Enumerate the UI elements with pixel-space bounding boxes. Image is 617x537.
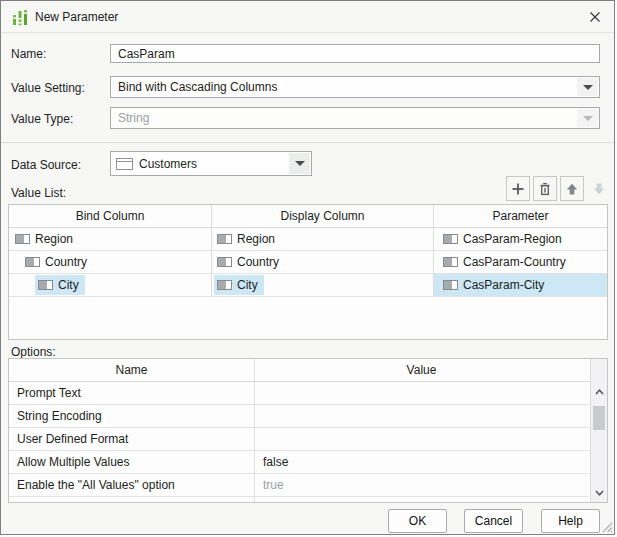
- scroll-up-icon[interactable]: [591, 383, 607, 400]
- help-button[interactable]: Help: [541, 509, 600, 533]
- trash-icon: [538, 182, 552, 196]
- option-row[interactable]: Allow Multiple Values false: [9, 451, 589, 474]
- option-value[interactable]: [254, 405, 589, 427]
- option-row[interactable]: Prompt Text: [9, 382, 589, 405]
- option-value[interactable]: false: [254, 451, 589, 473]
- options-header-row: Name Value: [9, 359, 589, 382]
- display-column-value: Region: [237, 232, 275, 246]
- parameter-value: CasParam-City: [463, 278, 544, 292]
- column-header-parameter: Parameter: [434, 205, 607, 227]
- value-list-header-row: Bind Column Display Column Parameter: [9, 205, 607, 228]
- column-header-bind: Bind Column: [9, 205, 212, 227]
- column-icon: [217, 280, 232, 290]
- value-setting-value: Bind with Cascading Columns: [111, 80, 277, 94]
- arrow-up-icon: [565, 182, 579, 196]
- column-icon: [443, 234, 458, 244]
- bind-column-value: City: [58, 278, 79, 292]
- value-list-label: Value List:: [11, 186, 66, 200]
- title-bar[interactable]: New Parameter: [1, 1, 614, 33]
- separator-line: [1, 142, 614, 143]
- table-icon: [116, 158, 133, 170]
- column-icon: [15, 234, 30, 244]
- column-icon: [217, 234, 232, 244]
- data-source-select[interactable]: Customers: [110, 151, 312, 176]
- dialog-title: New Parameter: [35, 10, 118, 24]
- scrollbar-thumb[interactable]: [593, 406, 605, 430]
- column-icon: [443, 257, 458, 267]
- value-list-table: Bind Column Display Column Parameter Reg…: [8, 204, 608, 340]
- new-parameter-dialog: New Parameter Name: CasParam Value Setti…: [0, 0, 615, 535]
- column-icon: [443, 280, 458, 290]
- option-value[interactable]: [254, 382, 589, 404]
- data-source-label: Data Source:: [11, 158, 81, 172]
- chevron-down-icon[interactable]: [577, 78, 598, 96]
- chevron-down-icon[interactable]: [289, 153, 310, 174]
- scroll-down-icon[interactable]: [591, 484, 607, 501]
- column-header-name: Name: [9, 359, 254, 381]
- value-type-value: String: [111, 111, 149, 125]
- column-header-value: Value: [254, 359, 589, 381]
- bind-column-value: Country: [45, 255, 87, 269]
- ok-button[interactable]: OK: [388, 509, 447, 533]
- name-label: Name:: [11, 47, 46, 61]
- column-icon: [217, 257, 232, 267]
- parameter-icon: [11, 8, 29, 26]
- bind-column-value: Region: [35, 232, 73, 246]
- options-scrollbar[interactable]: [590, 359, 607, 502]
- option-name: String Encoding: [9, 405, 254, 427]
- table-row-selected[interactable]: City City CasParam-City: [9, 274, 607, 297]
- cancel-button[interactable]: Cancel: [464, 509, 523, 533]
- move-down-button[interactable]: [587, 176, 611, 201]
- column-header-display: Display Column: [212, 205, 434, 227]
- plus-icon: [511, 182, 525, 196]
- option-row[interactable]: User Defined Format: [9, 428, 589, 451]
- move-up-button[interactable]: [560, 176, 584, 201]
- options-label: Options:: [11, 345, 56, 359]
- add-button[interactable]: [506, 176, 530, 201]
- value-setting-select[interactable]: Bind with Cascading Columns: [110, 76, 600, 98]
- option-row[interactable]: Enable the "All Values" option true: [9, 474, 589, 497]
- table-row[interactable]: Country Country CasParam-Country: [9, 251, 607, 274]
- option-name: Allow Multiple Values: [9, 451, 254, 473]
- name-input[interactable]: CasParam: [110, 44, 600, 63]
- name-value: CasParam: [111, 47, 175, 61]
- resize-grip[interactable]: [600, 520, 613, 533]
- option-name: Prompt Text: [9, 382, 254, 404]
- display-column-value: City: [237, 278, 258, 292]
- option-name: User Defined Format: [9, 428, 254, 450]
- delete-button[interactable]: [533, 176, 557, 201]
- options-table: Name Value Prompt Text String Encoding U…: [8, 358, 608, 503]
- option-row[interactable]: String Encoding: [9, 405, 589, 428]
- value-type-select: String: [110, 107, 600, 129]
- arrow-down-icon: [592, 182, 606, 196]
- parameter-value: CasParam-Region: [463, 232, 562, 246]
- option-name: Enable the "All Values" option: [9, 474, 254, 496]
- option-value[interactable]: true: [254, 474, 589, 496]
- option-value[interactable]: [254, 428, 589, 450]
- table-row[interactable]: Region Region CasParam-Region: [9, 228, 607, 251]
- display-column-value: Country: [237, 255, 279, 269]
- data-source-value: Customers: [133, 157, 197, 171]
- chevron-down-icon: [577, 109, 598, 127]
- column-icon: [38, 280, 53, 290]
- parameter-value: CasParam-Country: [463, 255, 566, 269]
- value-type-label: Value Type:: [11, 112, 73, 126]
- close-icon[interactable]: [584, 7, 606, 27]
- value-setting-label: Value Setting:: [11, 81, 85, 95]
- column-icon: [25, 257, 40, 267]
